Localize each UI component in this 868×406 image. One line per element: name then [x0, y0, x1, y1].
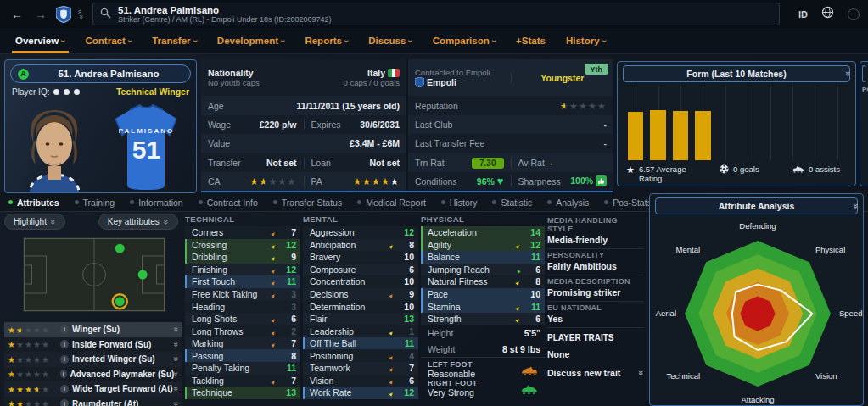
back-button[interactable]: ←	[8, 8, 25, 21]
attribute-row-determination[interactable]: Determination10	[303, 300, 418, 313]
attribute-row-vision[interactable]: Vision6	[303, 375, 418, 387]
attribute-row-long-throws[interactable]: Long Throws2	[185, 325, 300, 337]
attribute-row-long-shots[interactable]: Long Shots6	[185, 313, 300, 325]
attribute-row-composure[interactable]: Composure6	[303, 264, 418, 276]
key-attributes-button[interactable]: Key attributes»	[98, 214, 178, 230]
attribute-row-acceleration[interactable]: Acceleration14	[421, 226, 545, 239]
sub-tab-statistic[interactable]: Statistic	[492, 197, 532, 208]
attribute-row-corners[interactable]: Corners7	[185, 226, 300, 239]
nav-tab-transfer[interactable]: Transfer›	[143, 28, 205, 53]
discuss-new-trait-button[interactable]: Discuss new trait»	[547, 368, 644, 378]
expand-collapse-icon[interactable]: »»	[78, 9, 82, 19]
role-row-inside-forward-su-[interactable]: ★★★★★iInside Forward (Su)»	[4, 337, 182, 353]
role-row-winger-su-[interactable]: ★★★★★★iWinger (Su)»	[4, 322, 182, 337]
contract-club-row[interactable]: Contracted to Empoli Empoli Youngster	[408, 59, 613, 96]
attribute-row-dribbling[interactable]: Dribbling9	[185, 251, 300, 264]
attribute-row-work-rate[interactable]: Work Rate12	[303, 387, 418, 399]
nav-tab-reports[interactable]: Reports›	[296, 28, 356, 53]
ability-row[interactable]: CA ★★★★★★ PA ★★★★★	[201, 172, 406, 191]
attribute-row-first-touch[interactable]: First Touch11	[185, 275, 300, 288]
role-row-inverted-winger-su-[interactable]: ★★★★★iInverted Winger (Su)»	[4, 352, 182, 367]
nav-tab-comparison[interactable]: Comparison›	[424, 28, 504, 53]
attribute-row-aggression[interactable]: Aggression12	[303, 226, 418, 239]
attribute-row-stamina[interactable]: Stamina11	[421, 300, 545, 313]
sub-tab-training[interactable]: Training	[75, 197, 115, 208]
nav-tab-discuss[interactable]: Discuss›	[360, 28, 420, 53]
attribute-row-leadership[interactable]: Leadership1	[303, 325, 418, 337]
attribute-row-pace[interactable]: Pace10	[421, 288, 545, 301]
attribute-row-flair[interactable]: Flair13	[303, 313, 418, 325]
role-row-advanced-playmaker-su-[interactable]: ★★★★★iAdvanced Playmaker (Su)»	[4, 367, 182, 382]
player-card-header[interactable]: A 51. Andrea Palmisano	[10, 64, 191, 83]
sub-tab-analysis[interactable]: Analysis	[547, 197, 589, 208]
nav-tab-stats[interactable]: +Stats	[507, 28, 554, 53]
club-badge-icon[interactable]	[56, 6, 71, 23]
attribute-row-concentration[interactable]: Concentration10	[303, 275, 418, 288]
attribute-row-marking[interactable]: Marking7	[185, 337, 300, 350]
role-row-wide-target-forward-at-[interactable]: ★★★★★★iWide Target Forward (At)»	[4, 381, 182, 397]
rating-row[interactable]: Trn Rat 7.30 Av Rat -	[408, 153, 613, 171]
sub-tab-attributes[interactable]: Attributes	[8, 197, 59, 208]
attribute-row-decisions[interactable]: Decisions9	[303, 288, 418, 301]
attribute-row-bravery[interactable]: Bravery10	[303, 251, 418, 264]
attribute-row-tackling[interactable]: Tackling7	[185, 375, 300, 387]
position-dot[interactable]	[115, 244, 125, 253]
last-club-row[interactable]: Last Club -	[408, 115, 613, 134]
condition-row[interactable]: Conditions 96% ♥ Sharpness 100%	[408, 172, 613, 191]
nav-tab-development[interactable]: Development›	[209, 28, 294, 53]
attribute-analysis-header[interactable]: Attribute Analysis »	[655, 197, 858, 214]
sub-tab-history[interactable]: History	[441, 197, 478, 208]
chevron-expand-icon[interactable]: »	[172, 342, 182, 347]
attribute-row-teamwork[interactable]: Teamwork7	[303, 362, 418, 375]
attribute-row-passing[interactable]: Passing8	[185, 349, 300, 362]
sub-tab-pos-stats[interactable]: Pos-Stats	[604, 197, 652, 208]
attribute-row-free-kick-taking[interactable]: Free Kick Taking3	[185, 288, 300, 301]
globe-icon[interactable]	[821, 6, 834, 22]
attribute-row-off-the-ball[interactable]: Off The Ball11	[303, 337, 418, 350]
age-row[interactable]: Age 11/11/2011 (15 years old)	[201, 96, 406, 114]
position-dot[interactable]	[115, 297, 125, 306]
player-search-box[interactable]: 51. Andrea Palmisano Striker (Centre) / …	[92, 3, 780, 25]
attribute-row-strength[interactable]: Strength6	[421, 313, 545, 325]
transfer-status-row[interactable]: Transfer Not set Loan Not set	[201, 153, 406, 171]
collapse-icon[interactable]: »	[843, 71, 854, 76]
form-panel-header[interactable]: Form (Last 10 Matches) »	[623, 65, 850, 82]
reputation-row[interactable]: Reputation ★★★★★★	[408, 96, 613, 114]
sub-tab-contract-info[interactable]: Contract Info	[199, 197, 258, 208]
forward-button[interactable]: →	[32, 8, 49, 21]
attribute-row-balance[interactable]: Balance11	[421, 251, 545, 264]
sub-tab-medical-report[interactable]: Medical Report	[357, 197, 426, 208]
wage-row[interactable]: Wage £220 p/w Expires 30/6/2031	[201, 115, 406, 134]
attribute-row-crossing[interactable]: Crossing12	[185, 239, 300, 252]
highlight-button[interactable]: Highlight»	[4, 214, 65, 230]
nav-tab-contract[interactable]: Contract›	[77, 28, 141, 53]
attribute-row-agility[interactable]: Agility12	[421, 239, 545, 252]
attribute-row-anticipation[interactable]: Anticipation8	[303, 239, 418, 252]
attribute-row-finishing[interactable]: Finishing12	[185, 264, 300, 276]
attribute-value: 6	[398, 375, 417, 386]
chevron-expand-icon[interactable]: »	[172, 327, 182, 332]
attribute-row-technique[interactable]: Technique13	[185, 387, 300, 399]
attribute-row-positioning[interactable]: Positioning4	[303, 349, 418, 362]
attribute-row-penalty-taking[interactable]: Penalty Taking11	[185, 362, 300, 375]
chevron-expand-icon[interactable]: »	[172, 387, 182, 392]
nav-tab-overview[interactable]: Overview›	[7, 28, 74, 53]
position-dot[interactable]	[138, 270, 148, 280]
chevron-expand-icon[interactable]: »	[172, 357, 182, 362]
attribute-row-heading[interactable]: Heading3	[185, 300, 300, 313]
role-row-raumdeuter-at-[interactable]: ★★★★★iRaumdeuter (At)»	[4, 397, 182, 406]
last-fee-row[interactable]: Last Transfer Fee -	[408, 134, 613, 153]
attribute-row-jumping-reach[interactable]: Jumping Reach6	[421, 264, 545, 276]
nav-tab-history[interactable]: History›	[557, 28, 614, 53]
collapse-icon[interactable]: »	[851, 203, 861, 209]
edge-cut-icon[interactable]	[848, 8, 860, 20]
chevron-expand-icon[interactable]: »	[172, 371, 182, 376]
value-row[interactable]: Value £3.4M - £6M	[201, 134, 406, 153]
sub-tab-information[interactable]: Information	[130, 197, 183, 208]
chevron-expand-icon[interactable]: »	[172, 401, 182, 406]
id-button[interactable]: ID	[798, 9, 808, 19]
position-pitch[interactable]	[23, 237, 165, 315]
sub-tab-transfer-status[interactable]: Transfer Status	[273, 197, 342, 208]
attribute-row-natural-fitness[interactable]: Natural Fitness8	[421, 275, 545, 288]
nationality-row[interactable]: Nationality No youth caps Italy 0 caps /…	[201, 59, 406, 96]
